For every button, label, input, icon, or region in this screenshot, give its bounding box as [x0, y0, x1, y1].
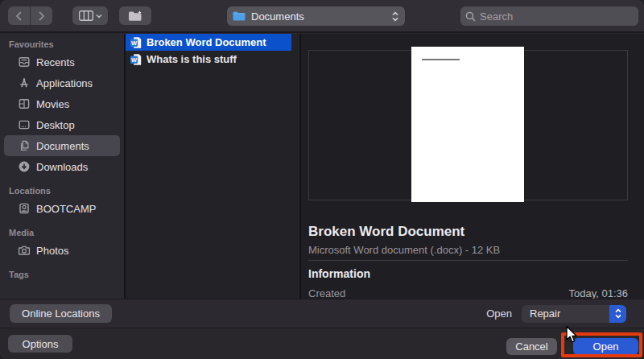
sidebar-item-label: Recents: [36, 56, 75, 68]
open-button[interactable]: Open: [573, 338, 638, 355]
preview-file-meta: Microsoft Word document (.docx) - 12 KB: [308, 244, 500, 256]
location-dropdown-value: Documents: [251, 10, 391, 23]
forward-button[interactable]: [31, 6, 52, 25]
sidebar-item-bootcamp[interactable]: BOOTCAMP: [4, 198, 120, 219]
sidebar-section-media: Media: [0, 228, 124, 237]
word-document-icon: W: [130, 53, 142, 66]
folder-icon: [233, 11, 246, 21]
movies-icon: [18, 97, 31, 110]
file-name: Whats is this stuff: [147, 53, 237, 65]
sidebar-item-label: Applications: [36, 77, 93, 89]
chevron-down-icon: [96, 14, 102, 19]
sidebar-item-photos[interactable]: Photos: [4, 240, 120, 261]
internal-drive-icon: [18, 202, 31, 215]
up-down-chevrons-icon: [391, 11, 399, 22]
select-cap: [609, 305, 626, 323]
view-mode-button[interactable]: [72, 6, 108, 25]
sidebar-item-label: Downloads: [36, 161, 88, 173]
sidebar-item-documents[interactable]: Documents: [4, 135, 120, 156]
downloads-icon: [18, 160, 31, 173]
sidebar-section-favourites: Favourites: [0, 39, 124, 49]
new-folder-button[interactable]: [119, 6, 151, 25]
cancel-button[interactable]: Cancel: [506, 338, 557, 355]
sidebar-section-locations: Locations: [0, 186, 124, 196]
sidebar: Favourites Recents Applications Movies D…: [0, 34, 124, 299]
preview-file-title: Broken Word Document: [308, 224, 464, 240]
created-label: Created: [308, 287, 345, 299]
action-bar: Online Locations Open Repair: [0, 299, 644, 328]
created-value: Today, 01:36: [569, 287, 628, 299]
sidebar-item-applications[interactable]: Applications: [4, 72, 120, 93]
preview-created-row: Created Today, 01:36: [308, 287, 628, 299]
sidebar-item-label: Movies: [36, 98, 69, 110]
search-icon: [465, 11, 476, 22]
file-row-broken-word-document[interactable]: W Broken Word Document: [126, 34, 291, 51]
chevron-left-icon: [15, 11, 23, 21]
file-row-whats-is-this-stuff[interactable]: W Whats is this stuff: [126, 51, 291, 68]
column-view-icon: [79, 10, 93, 21]
sidebar-item-label: Documents: [36, 140, 89, 152]
back-button[interactable]: [8, 6, 30, 25]
file-name: Broken Word Document: [147, 36, 266, 48]
search-input[interactable]: [480, 10, 625, 23]
preview-information-heading: Information: [308, 267, 370, 280]
sidebar-item-desktop[interactable]: Desktop: [4, 114, 120, 135]
chevron-right-icon: [38, 11, 45, 21]
svg-text:W: W: [131, 39, 137, 46]
applications-icon: [18, 76, 31, 89]
footer: Options Cancel Open: [0, 328, 644, 359]
open-with-value: Repair: [522, 307, 609, 320]
documents-icon: [18, 139, 31, 152]
open-with-group: Open Repair: [486, 305, 626, 323]
sidebar-item-downloads[interactable]: Downloads: [4, 156, 120, 177]
new-folder-icon: [128, 10, 143, 22]
sidebar-item-label: Desktop: [36, 119, 75, 131]
sidebar-item-label: Photos: [36, 245, 68, 257]
preview-pane: Broken Word Document Microsoft Word docu…: [301, 34, 644, 299]
sidebar-item-recents[interactable]: Recents: [4, 52, 120, 72]
desktop-icon: [18, 118, 31, 131]
search-field[interactable]: [460, 6, 638, 26]
sidebar-section-tags: Tags: [0, 270, 124, 279]
open-with-select[interactable]: Repair: [522, 305, 626, 323]
file-list: W Broken Word Document W Whats is this s…: [126, 34, 299, 299]
open-dialog-window: Documents Favourites Recents Application…: [0, 0, 644, 359]
open-with-label: Open: [486, 307, 512, 320]
online-locations-button[interactable]: Online Locations: [10, 304, 112, 323]
toolbar: Documents: [0, 0, 644, 33]
svg-text:W: W: [131, 56, 137, 63]
location-dropdown[interactable]: Documents: [227, 6, 405, 26]
recents-icon: [18, 56, 31, 68]
up-down-chevrons-icon: [614, 308, 622, 319]
document-preview-thumbnail: [411, 47, 524, 202]
preview-divider: [308, 260, 628, 261]
options-button[interactable]: Options: [8, 335, 72, 353]
sidebar-item-movies[interactable]: Movies: [4, 93, 120, 114]
camera-icon: [18, 244, 31, 257]
document-text-line: [422, 59, 460, 60]
nav-button-group: [8, 6, 52, 25]
sidebar-item-label: BOOTCAMP: [36, 203, 96, 215]
word-document-icon: W: [130, 36, 142, 49]
